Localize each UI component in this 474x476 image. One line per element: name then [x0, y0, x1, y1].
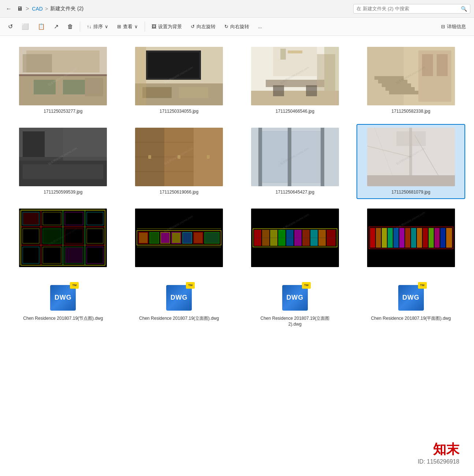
- file-item[interactable]: 知末网WWW.znzmo.com 1711250582338.jpg: [357, 43, 465, 118]
- thumb-svg: 知末网WWW.znzmo.com: [19, 47, 107, 105]
- svg-rect-107: [65, 247, 83, 263]
- file-item[interactable]: TM DWG Chen Residence 201807.19(节点图).dwg: [9, 280, 117, 331]
- more-button[interactable]: ...: [254, 22, 266, 31]
- svg-rect-126: [194, 233, 202, 243]
- thumb-svg: 知末网WWW.znzmo.com: [19, 128, 107, 186]
- file-name: 1711250619066.jpg: [160, 189, 198, 195]
- file-name: Chen Residence 201807.19(节点图).dwg: [23, 315, 103, 322]
- refresh-button[interactable]: ↺: [4, 21, 16, 32]
- file-item[interactable]: 知末网WWW.znzmo.com 1711250253277.jpg: [9, 43, 117, 118]
- thumbnail: 知末网WWW.znzmo.com: [251, 128, 339, 186]
- sort-icon: ↑↓: [87, 24, 92, 29]
- svg-rect-50: [23, 164, 103, 179]
- watermark-logo: 知末: [418, 441, 459, 458]
- dwg-icon: TM DWG: [396, 283, 426, 312]
- monitor-icon: 🖥: [17, 5, 23, 12]
- rotate-left-label: 向左旋转: [197, 23, 216, 30]
- file-item[interactable]: 知末网WWW.znzmo.com 1711250681079.jpg: [357, 124, 465, 199]
- svg-rect-41: [422, 54, 433, 76]
- file-item[interactable]: 知末网WWW.znzmo.com 1711250599539.jpg: [9, 124, 117, 199]
- svg-rect-122: [150, 233, 158, 243]
- file-item[interactable]: 知末网WWW.znzmo.com 1711250334055.jpg: [125, 43, 234, 118]
- file-name: 1711250599539.jpg: [44, 189, 82, 195]
- dwg-label: DWG: [286, 294, 303, 301]
- svg-rect-73: [258, 128, 262, 186]
- dwg-icon-bg: TM DWG: [282, 285, 308, 311]
- search-input[interactable]: [357, 6, 461, 11]
- thumbnail: 知末网WWW.znzmo.com: [135, 128, 223, 186]
- file-item[interactable]: TM DWG Chen Residence 201807.19(平面图).dwg: [357, 280, 465, 331]
- svg-rect-159: [440, 228, 445, 248]
- thumb-svg: 知末网WWW.znzmo.com: [251, 128, 339, 186]
- sort-button[interactable]: ↑↓ 排序 ∨: [83, 21, 112, 32]
- svg-rect-16: [179, 87, 208, 98]
- svg-rect-13: [148, 52, 199, 78]
- svg-rect-69: [258, 131, 288, 183]
- breadcrumb-folder2: 新建文件夹 (2): [50, 5, 83, 12]
- file-grid: 知末网WWW.znzmo.com 1711250253277.jpg 知末网WW…: [0, 36, 474, 338]
- svg-rect-47: [23, 131, 45, 157]
- copy-button[interactable]: ⬜: [18, 21, 33, 32]
- rotate-right-button[interactable]: ↻ 向右旋转: [221, 21, 253, 32]
- watermark-id: ID: 1156296918: [418, 458, 459, 465]
- svg-rect-23: [288, 50, 302, 53]
- view-button[interactable]: ⊞ 查看 ∨: [113, 21, 142, 32]
- file-item[interactable]: 知末网WWW.znzmo.com: [9, 205, 117, 274]
- svg-rect-156: [423, 228, 428, 248]
- thumbnail: 知末网WWW.znzmo.com: [135, 47, 223, 105]
- thumb-svg: 知末网WWW.znzmo.com: [251, 47, 339, 105]
- dwg-label: DWG: [171, 294, 188, 301]
- svg-rect-42: [437, 54, 448, 76]
- svg-rect-35: [374, 76, 404, 80]
- file-item[interactable]: 知末网WWW.znzmo.com 1711250619066.jpg: [125, 124, 234, 199]
- delete-button[interactable]: 🗑: [64, 21, 77, 32]
- svg-rect-105: [23, 213, 39, 225]
- top-bar: ← 🖥 > CAD > 新建文件夹 (2) 🔍: [0, 0, 474, 18]
- bg-icon: 🖼: [152, 24, 156, 29]
- file-item[interactable]: TM DWG Chen Residence 201807.19(立面图2).dw…: [241, 280, 350, 331]
- detail-label: 详细信息: [447, 23, 466, 30]
- svg-rect-127: [205, 233, 219, 243]
- paste-button[interactable]: 📋: [34, 21, 49, 32]
- file-name: 1711250334055.jpg: [160, 108, 198, 115]
- svg-rect-125: [183, 233, 191, 243]
- detail-button[interactable]: ⊟ 详细信息: [437, 21, 470, 32]
- dwg-label: DWG: [402, 294, 419, 301]
- file-item[interactable]: 知末网WWW.znzmo.com: [241, 205, 350, 274]
- dwg-icon: TM DWG: [164, 283, 194, 312]
- set-background-button[interactable]: 🖼 设置为背景: [148, 21, 186, 32]
- svg-rect-72: [321, 128, 324, 186]
- watermark: 知末 ID: 1156296918: [418, 441, 459, 465]
- thumbnail: 知末网WWW.znzmo.com: [135, 209, 223, 267]
- paste-icon: 📋: [38, 23, 45, 30]
- file-item[interactable]: TM DWG Chen Residence 201807.19(立面图).dwg: [125, 280, 234, 331]
- thumb-svg: 知末网WWW.znzmo.com: [19, 209, 107, 267]
- file-name: Chen Residence 201807.19(立面图2).dwg: [255, 315, 335, 328]
- file-item[interactable]: 知末网WWW.znzmo.com 1711250645427.jpg: [241, 124, 350, 199]
- thumb-svg: 知末网WWW.znzmo.com: [367, 209, 455, 267]
- svg-rect-15: [142, 87, 172, 98]
- copy-icon: ⬜: [22, 23, 29, 30]
- search-box[interactable]: 🔍: [353, 4, 470, 14]
- svg-rect-157: [429, 228, 434, 248]
- file-item[interactable]: 知末网WWW.znzmo.com 1711250466546.jpg: [241, 43, 350, 118]
- back-button[interactable]: ←: [4, 4, 14, 14]
- rotate-left-button[interactable]: ↺ 向左旋转: [187, 21, 219, 32]
- thumb-svg: 知末网WWW.znzmo.com: [135, 209, 223, 267]
- file-name: 1711250253277.jpg: [44, 108, 82, 115]
- thumbnail: 知末网WWW.znzmo.com: [19, 209, 107, 267]
- breadcrumb-cad[interactable]: CAD: [32, 6, 43, 12]
- toolbar-separator1: [80, 22, 80, 32]
- detail-icon: ⊟: [441, 24, 445, 29]
- thumb-svg: 知末网WWW.znzmo.com: [135, 128, 223, 186]
- dwg-icon-bg: TM DWG: [166, 285, 192, 311]
- share-button[interactable]: ↗: [50, 21, 62, 32]
- view-label: 查看: [123, 23, 133, 30]
- file-item[interactable]: 知末网WWW.znzmo.com: [125, 205, 234, 274]
- svg-rect-8: [23, 54, 52, 72]
- file-name: 1711250582338.jpg: [392, 108, 430, 115]
- svg-rect-63: [148, 155, 151, 159]
- file-item[interactable]: 知末网WWW.znzmo.com: [357, 205, 465, 274]
- share-icon: ↗: [54, 23, 59, 30]
- dwg-tm-badge: TM: [302, 282, 311, 289]
